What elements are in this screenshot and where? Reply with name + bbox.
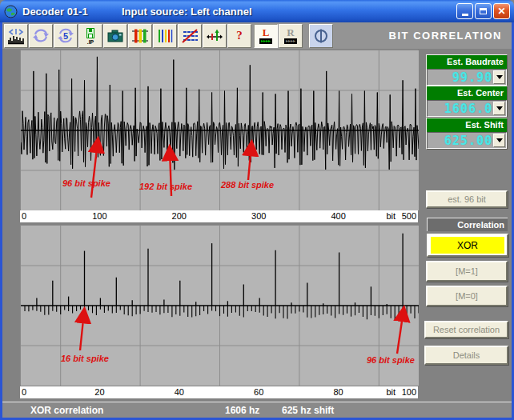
color-bars-button[interactable] <box>128 24 152 48</box>
m0-button[interactable]: [M=0] <box>426 286 508 306</box>
axis-tick-label: 200 <box>172 210 187 222</box>
xor-button[interactable]: XOR <box>427 234 508 257</box>
close-icon: ✕ <box>497 6 505 17</box>
est-baudrate-value: 99.90 <box>428 70 493 85</box>
title-bar[interactable]: Decoder 01-1 Input source: Left channel … <box>0 0 514 22</box>
est-baudrate-group: Est. Baudrate 99.90 <box>426 54 508 86</box>
spike-annotation: 288 bit spike <box>221 180 274 190</box>
right-channel-button[interactable]: R ▸▸▸▸ <box>279 24 303 48</box>
status-mode: XOR correlation <box>30 405 103 416</box>
grid-disable-button[interactable] <box>178 24 202 48</box>
chevron-down-icon <box>496 106 503 110</box>
axis-tick-label: 100 <box>92 210 106 222</box>
axis-tick-label: 300 <box>251 210 266 222</box>
help-icon: ? <box>236 29 243 42</box>
status-shift: 625 hz shift <box>282 405 334 416</box>
xor-correlation-chart: 16 bit spike96 bit spike <box>20 225 418 385</box>
est-shift-value: 625.00 <box>428 134 493 148</box>
window-subtitle: Input source: Left channel <box>122 6 252 18</box>
grid-strike-icon <box>181 27 199 45</box>
window-title: Decoder 01-1 <box>22 6 88 18</box>
refresh-icon <box>32 27 50 45</box>
reset-correlation-button[interactable]: Reset correlation <box>424 321 508 338</box>
window-border-left <box>0 22 2 420</box>
axis-tick-label: 100 <box>402 386 416 398</box>
spike-annotation: 96 bit spike <box>62 178 110 188</box>
maximize-button[interactable] <box>475 3 492 19</box>
minimize-icon <box>462 14 468 16</box>
axis-tick-label: 80 <box>333 386 343 398</box>
spectrum-icon <box>7 27 25 45</box>
power-icon <box>312 27 330 45</box>
details-button[interactable]: Details <box>424 346 508 365</box>
est-center-value: 1606.0 <box>428 102 493 116</box>
axis-unit-label: bit <box>386 210 396 222</box>
m1-button[interactable]: [M=1] <box>426 261 508 282</box>
minimize-button[interactable] <box>456 3 473 19</box>
chevron-down-icon <box>496 138 503 142</box>
est-center-display: 1606.0 <box>427 100 507 117</box>
est-center-dropdown[interactable] <box>493 102 505 115</box>
page-title: BIT CORRELATION <box>389 30 502 42</box>
axis-tick-label: 500 <box>402 210 416 222</box>
correlation-header: Correlation <box>427 218 508 231</box>
screenshot-button[interactable] <box>103 24 127 48</box>
est-baudrate-label: Est. Baudrate <box>427 55 507 69</box>
est-shift-label: Est. Shift <box>427 118 507 132</box>
save-ip-button[interactable]: .IP <box>78 24 102 48</box>
globe-icon <box>4 5 18 18</box>
toolbar: 5 .IP <box>2 22 512 49</box>
spike-annotation: 192 bit spike <box>139 182 192 191</box>
refresh-5-icon: 5 <box>57 27 74 45</box>
close-button[interactable]: ✕ <box>493 3 510 19</box>
axis-tick-label: 20 <box>94 386 104 398</box>
spike-annotation: 16 bit spike <box>61 354 109 363</box>
est-baudrate-display: 99.90 <box>427 69 507 86</box>
maximize-icon <box>480 8 487 14</box>
axis-tick-label: 40 <box>175 386 184 398</box>
camera-icon <box>106 27 124 45</box>
help-button[interactable]: ? <box>227 24 251 48</box>
est-baudrate-dropdown[interactable] <box>493 70 505 84</box>
xor-button-label: XOR <box>431 237 504 254</box>
svg-text:5: 5 <box>63 31 68 41</box>
bit-overview-chart: 96 bit spike192 bit spike288 bit spike <box>20 50 418 210</box>
color-lines-button[interactable] <box>153 24 177 48</box>
spectrum-button[interactable] <box>4 24 28 48</box>
bit-overview-axis: 0100200300400500bit <box>20 210 418 222</box>
color-bars-icon <box>131 27 149 45</box>
axis-tick-label: 0 <box>22 210 26 222</box>
axis-tick-label: 60 <box>254 386 263 398</box>
right-channel-icon: R ▸▸▸▸ <box>284 27 297 44</box>
est-bits-button[interactable]: est. 96 bit <box>426 190 508 208</box>
decoder-window: Decoder 01-1 Input source: Left channel … <box>0 0 514 420</box>
est-shift-display: 625.00 <box>427 132 507 149</box>
axis-tick-label: 0 <box>22 386 26 398</box>
xor-correlation-axis: 020406080100bit <box>20 386 418 398</box>
status-bar: XOR correlation 1606 hz 625 hz shift <box>0 402 514 418</box>
refresh-button[interactable] <box>29 24 53 48</box>
est-shift-group: Est. Shift 625.00 <box>426 118 508 150</box>
spike-annotation: 96 bit spike <box>367 355 415 365</box>
axis-unit-label: bit <box>386 386 396 398</box>
est-center-group: Est. Center 1606.0 <box>426 86 508 118</box>
axis-icon <box>206 27 223 45</box>
status-center-freq: 1606 hz <box>225 405 259 416</box>
svg-text:.IP: .IP <box>87 39 94 45</box>
axis-button[interactable] <box>203 24 227 48</box>
est-center-label: Est. Center <box>427 86 507 100</box>
power-button[interactable] <box>309 24 333 48</box>
left-channel-icon: L ▸▸▸▸ <box>259 27 272 44</box>
color-lines-icon <box>156 27 174 45</box>
chevron-down-icon <box>496 75 503 79</box>
refresh-5-button[interactable]: 5 <box>54 24 78 48</box>
save-ip-icon: .IP <box>82 27 99 45</box>
est-shift-dropdown[interactable] <box>493 134 505 147</box>
left-channel-button[interactable]: L ▸▸▸▸ <box>254 24 278 48</box>
axis-tick-label: 400 <box>331 210 345 222</box>
